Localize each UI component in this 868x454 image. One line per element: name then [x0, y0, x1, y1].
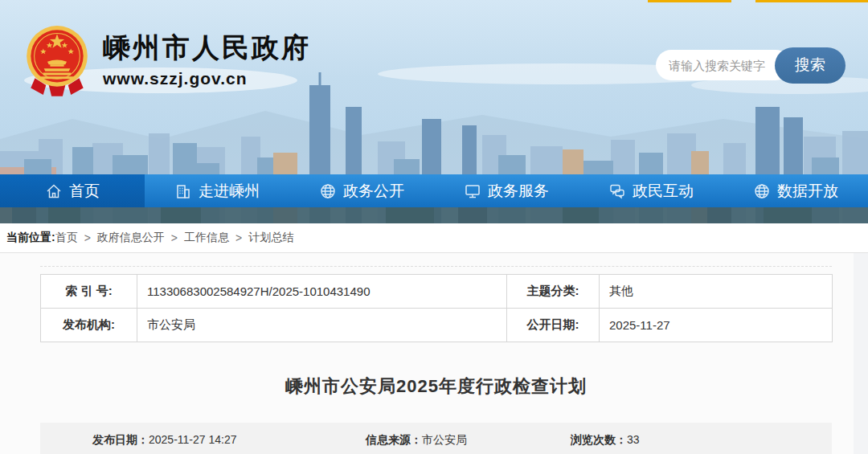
- nav-item-label: 政民互动: [633, 181, 694, 202]
- meta-publish-date: 发布日期：2025-11-27 14:27: [92, 433, 366, 448]
- main-nav: 首页 走进嵊州 政务公开: [0, 174, 868, 207]
- article-title: 嵊州市公安局2025年度行政检查计划: [40, 374, 832, 399]
- monitor-icon: [464, 182, 481, 200]
- publish-date-value: 2025-11-27: [600, 309, 833, 342]
- nav-item-label: 数据开放: [777, 181, 838, 202]
- breadcrumb-separator: >: [235, 231, 242, 244]
- national-emblem-icon: [23, 22, 92, 98]
- breadcrumb: 当前位置: 首页 > 政府信息公开 > 工作信息 > 计划总结: [0, 223, 868, 253]
- info-table: 索 引 号: 11330683002584927H/2025-101043149…: [40, 274, 833, 342]
- nav-item-home[interactable]: 首页: [0, 174, 145, 207]
- nav-item-label: 政务服务: [488, 181, 549, 202]
- home-icon: [45, 182, 63, 200]
- nav-item-label: 首页: [69, 181, 100, 202]
- nav-item-gov-info[interactable]: 政务公开: [289, 174, 434, 207]
- nav-item-label: 政务公开: [343, 181, 404, 202]
- nav-item-label: 走进嵊州: [199, 181, 260, 202]
- globe-icon: [319, 182, 337, 200]
- top-accent-bar: [755, 0, 868, 2]
- main-content: 索 引 号: 11330683002584927H/2025-101043149…: [0, 253, 868, 454]
- table-row: 发布机构: 市公安局 公开日期: 2025-11-27: [41, 309, 833, 342]
- top-accent-bar: [648, 0, 731, 2]
- nav-item-gov-service[interactable]: 政务服务: [434, 174, 579, 207]
- nav-item-about[interactable]: 走进嵊州: [145, 174, 289, 207]
- breadcrumb-separator: >: [171, 231, 178, 244]
- breadcrumb-link-home[interactable]: 首页: [55, 231, 78, 245]
- dashed-divider: [40, 266, 832, 267]
- nav-item-interaction[interactable]: 政民互动: [579, 174, 723, 207]
- topic-category-value: 其他: [600, 275, 833, 309]
- site-title: 嵊州市人民政府: [103, 32, 311, 63]
- issuing-agency-value: 市公安局: [137, 309, 507, 342]
- breadcrumb-separator: >: [84, 231, 91, 244]
- breadcrumb-link-gov-info[interactable]: 政府信息公开: [97, 231, 165, 245]
- issuing-agency-label: 发布机构:: [41, 309, 137, 342]
- meta-source: 信息来源：市公安局: [366, 433, 571, 448]
- chat-bubbles-icon: [608, 182, 626, 200]
- breadcrumb-prefix: 当前位置:: [6, 231, 55, 245]
- meta-view-count: 浏览次数：33: [571, 433, 640, 448]
- breadcrumb-link-work-info[interactable]: 工作信息: [184, 231, 229, 245]
- publish-date-label: 公开日期:: [507, 309, 600, 342]
- index-number-label: 索 引 号:: [41, 275, 137, 309]
- breadcrumb-link-plans[interactable]: 计划总结: [248, 231, 293, 245]
- search-button[interactable]: 搜索: [775, 47, 845, 84]
- topic-category-label: 主题分类:: [507, 275, 600, 309]
- site-header: 嵊州市人民政府 www.szzj.gov.cn 搜索 首页 走进嵊州: [0, 0, 868, 223]
- globe-icon: [753, 182, 771, 200]
- site-search: 搜索: [656, 47, 845, 84]
- building-icon: [174, 182, 192, 200]
- search-input[interactable]: [656, 50, 791, 80]
- page-right-gutter: [854, 253, 868, 454]
- index-number-value: 11330683002584927H/2025-1010431490: [137, 275, 507, 309]
- site-url: www.szzj.gov.cn: [103, 69, 311, 88]
- site-brand: 嵊州市人民政府 www.szzj.gov.cn: [23, 22, 311, 98]
- table-row: 索 引 号: 11330683002584927H/2025-101043149…: [41, 275, 833, 309]
- nav-item-open-data[interactable]: 数据开放: [723, 174, 868, 207]
- article-meta-bar: 发布日期：2025-11-27 14:27 信息来源：市公安局 浏览次数：33: [40, 423, 832, 454]
